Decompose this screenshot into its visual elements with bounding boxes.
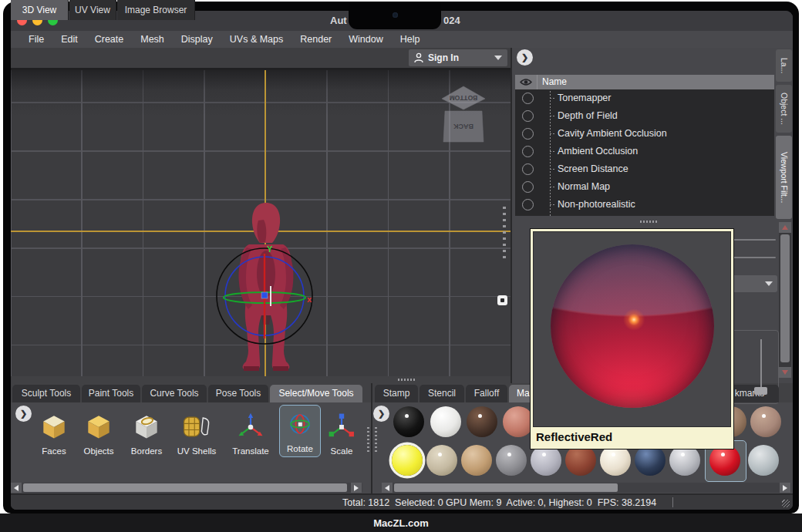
tool-uv-shells[interactable]: UV Shells xyxy=(175,410,218,456)
menu-mesh[interactable]: Mesh xyxy=(132,31,173,48)
menu-edit[interactable]: Edit xyxy=(52,31,86,48)
material-swatch-silver-2[interactable] xyxy=(748,445,779,476)
property-slider[interactable] xyxy=(733,257,776,258)
tool-objects[interactable]: Objects xyxy=(77,410,120,456)
tool-faces[interactable]: Faces xyxy=(32,410,76,456)
tray-tab-stamp[interactable]: Stamp xyxy=(375,385,418,402)
status-text: Total: 1812 Selected: 0 GPU Mem: 9 Activ… xyxy=(342,497,656,508)
layer-row-tonemapper[interactable]: Tonemapper xyxy=(515,89,774,107)
tray-tab-curve-tools[interactable]: Curve Tools xyxy=(142,385,207,402)
layer-row-cavity-ambient-occlusion[interactable]: Cavity Ambient Occlusion xyxy=(515,125,774,143)
presets-scroll-left-button[interactable] xyxy=(373,406,389,422)
name-column-header[interactable]: Name xyxy=(537,75,774,89)
table-header: Name xyxy=(515,75,774,89)
visibility-toggle[interactable] xyxy=(522,110,534,122)
tool-scale[interactable]: Scale xyxy=(322,410,362,456)
vertical-slider-track[interactable] xyxy=(760,339,762,390)
layer-row-non-photorealistic[interactable]: Non-photorealistic xyxy=(515,196,774,214)
material-swatch-beige[interactable] xyxy=(426,445,457,476)
tray-tab-stencil[interactable]: Stencil xyxy=(420,385,464,402)
tray-divider xyxy=(371,383,372,493)
scroll-up-button[interactable] xyxy=(779,222,791,233)
tray-tab-sculpt-tools[interactable]: Sculpt Tools xyxy=(12,385,80,402)
tray-tab-pose-tools[interactable]: Pose Tools xyxy=(208,385,268,402)
uv-shells-icon xyxy=(180,410,213,443)
visibility-toggle[interactable] xyxy=(522,146,534,157)
material-tooltip-label: ReflectiveRed xyxy=(533,430,612,443)
material-swatch-reflective-red-selected[interactable] xyxy=(709,445,740,476)
menu-window[interactable]: Window xyxy=(340,31,391,48)
material-swatch-gray[interactable] xyxy=(496,445,527,476)
panel-splitter-handle-vertical[interactable] xyxy=(503,207,506,261)
scrollbar-thumb[interactable] xyxy=(394,483,618,492)
rotate-manipulator[interactable]: Y x xyxy=(202,200,330,376)
vertical-slider-knob[interactable] xyxy=(754,387,767,395)
side-tab-layers[interactable]: La... xyxy=(776,49,792,82)
layer-row-depth-of-field[interactable]: Depth of Field xyxy=(515,107,774,125)
material-swatch-pearl[interactable] xyxy=(600,445,631,476)
menu-uvs-maps[interactable]: UVs & Maps xyxy=(221,31,291,48)
layer-row-screen-distance[interactable]: Screen Distance xyxy=(515,160,774,178)
menu-render[interactable]: Render xyxy=(291,31,340,48)
menu-create[interactable]: Create xyxy=(86,31,133,48)
menu-display[interactable]: Display xyxy=(173,31,221,48)
material-swatch-rust[interactable] xyxy=(565,445,596,476)
left-tray-handle[interactable] xyxy=(367,427,369,453)
layer-row-normal-map[interactable]: Normal Map xyxy=(515,178,774,196)
view-cube[interactable]: BOTTOM BACK xyxy=(436,76,490,146)
material-swatch-white[interactable] xyxy=(430,406,461,437)
resize-grip-icon[interactable] xyxy=(782,500,790,507)
tray-splitter-handle[interactable] xyxy=(398,379,416,381)
property-dropdown[interactable] xyxy=(728,275,777,292)
scroll-down-button[interactable] xyxy=(779,367,791,378)
layer-label: Normal Map xyxy=(558,181,610,192)
viewport-3d[interactable]: BOTTOM BACK Y x xyxy=(11,68,511,376)
visibility-column-header[interactable] xyxy=(515,78,537,86)
material-swatch-black[interactable] xyxy=(393,406,424,437)
scroll-right-button[interactable] xyxy=(780,483,790,493)
scrollbar-thumb[interactable] xyxy=(780,234,790,362)
material-swatch-rosy-brown[interactable] xyxy=(750,406,781,437)
tool-borders[interactable]: Borders xyxy=(125,410,168,456)
material-swatch-dark-brown[interactable] xyxy=(467,406,497,437)
scroll-right-button[interactable] xyxy=(351,483,362,493)
material-swatch-tan[interactable] xyxy=(461,445,492,476)
tray-tab-falloff[interactable]: Falloff xyxy=(466,385,507,402)
material-swatch-dark-blue[interactable] xyxy=(635,445,666,476)
tab-uv-view[interactable]: UV View xyxy=(69,0,116,20)
visibility-toggle[interactable] xyxy=(522,163,534,175)
right-tray-scrollbar[interactable] xyxy=(382,483,791,493)
material-swatch-salmon[interactable] xyxy=(503,406,534,437)
panel-expand-button[interactable] xyxy=(517,49,533,66)
material-swatch-silver[interactable] xyxy=(669,445,700,476)
scrollbar-thumb[interactable] xyxy=(23,483,347,492)
scroll-left-button[interactable] xyxy=(11,483,22,493)
tab-3d-view[interactable]: 3D View xyxy=(11,0,69,20)
viewport-pivot-icon[interactable] xyxy=(497,295,507,305)
scroll-left-button[interactable] xyxy=(382,483,393,493)
tab-image-browser[interactable]: Image Browser xyxy=(117,0,195,20)
properties-scrollbar[interactable] xyxy=(779,222,791,378)
tool-translate[interactable]: Translate xyxy=(229,410,272,456)
menu-help[interactable]: Help xyxy=(392,31,429,48)
tray-tab-select-move-tools[interactable]: Select/Move Tools xyxy=(270,385,362,402)
right-tray-handle[interactable] xyxy=(375,427,377,453)
layer-row-ambient-occlusion[interactable]: Ambient Occlusion xyxy=(515,143,774,160)
material-swatch-yellow[interactable] xyxy=(392,445,423,476)
visibility-toggle[interactable] xyxy=(522,181,534,193)
side-tab-object-list[interactable]: Object ... xyxy=(776,85,792,133)
tray-tab-paint-tools[interactable]: Paint Tools xyxy=(82,385,140,402)
left-tray-scrollbar[interactable] xyxy=(11,483,362,493)
visibility-toggle[interactable] xyxy=(522,93,534,104)
menu-file[interactable]: File xyxy=(20,31,52,48)
visibility-toggle[interactable] xyxy=(522,128,534,140)
property-slider[interactable] xyxy=(733,239,776,241)
tool-rotate-selected[interactable]: Rotate xyxy=(279,405,321,457)
tray-scroll-left-button[interactable] xyxy=(15,406,32,422)
sign-in-button[interactable]: Sign In xyxy=(409,49,507,66)
eye-icon xyxy=(520,78,532,86)
panel-splitter-handle-horizontal[interactable] xyxy=(640,221,659,223)
material-swatch-light-gray[interactable] xyxy=(531,445,561,476)
side-tab-viewport-filters[interactable]: Viewport Filt... xyxy=(776,136,792,219)
visibility-toggle[interactable] xyxy=(522,199,534,210)
